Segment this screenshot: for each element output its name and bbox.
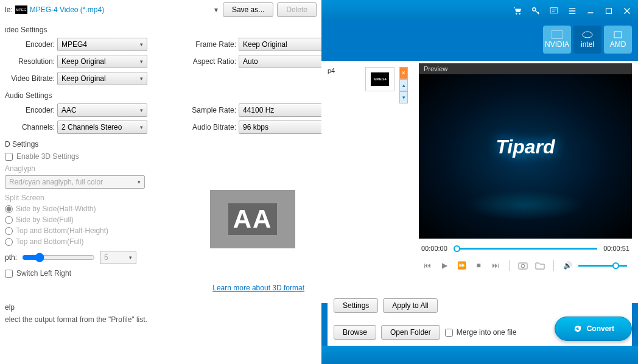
channels-dropdown[interactable]: 2 Channels Stereo▾ [57,121,147,134]
video-encoder-label: Encoder: [5,40,55,49]
gpu-nvidia[interactable]: NVIDIA [543,26,571,54]
profile-name[interactable]: MPEG-4 Video (*.mp4) [30,5,214,14]
glow-platform [464,190,586,220]
preview-area: Preview Tipard 00:00:00 00:00:51 ⏮ ▶ ⏩ ■… [419,63,632,275]
split-opt3-radio [5,227,13,235]
key-icon[interactable] [531,6,541,16]
audio-encoder-label: Encoder: [5,106,55,114]
maximize-icon[interactable] [604,6,614,16]
brand-logo: Tipard [496,135,555,158]
audio-settings-title: Audio Settings [5,91,317,100]
menu-icon[interactable] [567,6,577,16]
snapshot-icon[interactable] [517,259,529,271]
preview-screen[interactable]: Tipard [419,74,632,239]
sample-rate-dropdown[interactable]: 44100 Hz▾ [239,103,329,117]
svg-rect-3 [550,8,558,13]
close-icon[interactable] [622,6,632,16]
merge-label: Merge into one file [457,328,517,337]
split-opt2-radio [5,216,13,224]
depth-slider[interactable] [22,253,95,262]
gpu-amd[interactable]: AMD [604,26,632,54]
depth-value-spinner: 5▾ [100,251,136,264]
merge-checkbox[interactable] [445,329,453,337]
cart-icon[interactable] [513,6,522,16]
learn-more-3d-link[interactable]: Learn more about 3D format [212,284,304,292]
folder-icon[interactable] [534,259,546,271]
play-icon[interactable]: ▶ [438,259,450,271]
help-title: elp [5,303,317,312]
anaglyph-label: Anaglyph [5,164,317,173]
time-current: 00:00:00 [421,245,447,252]
video-bitrate-label: Video Bitrate: [5,74,55,83]
switch-lr-checkbox[interactable] [5,270,13,278]
next-icon[interactable]: ⏭ [489,259,502,271]
svg-rect-4 [606,9,612,14]
video-settings-title: ideo Settings [5,26,317,34]
svg-point-9 [521,264,525,268]
split-opt1-radio [5,205,13,213]
frame-rate-label: Frame Rate: [175,40,236,49]
convert-button[interactable]: Convert [555,317,632,341]
split-opt4-radio [5,238,13,246]
file-item[interactable]: p4 MPEG4 ✕ ▴ ▾ [321,61,414,110]
file-remove-button[interactable]: ✕ [399,67,408,79]
audio-bitrate-dropdown[interactable]: 96 kbps▾ [239,121,329,134]
svg-rect-5 [552,30,563,39]
preview-label: Preview [419,63,632,74]
gpu-intel[interactable]: intel [573,26,601,54]
resolution-label: Resolution: [5,57,55,66]
gpu-badges: NVIDIA intel AMD [543,26,632,54]
prev-icon[interactable]: ⏮ [421,259,433,271]
feedback-icon[interactable] [549,6,559,16]
time-total: 00:00:51 [603,245,629,252]
audio-encoder-dropdown[interactable]: AAC▾ [57,103,147,117]
volume-slider[interactable] [578,265,627,267]
file-down-button[interactable]: ▾ [399,91,408,103]
profile-dropdown-caret[interactable]: ▾ [214,5,218,14]
footer-strip [321,346,638,364]
channels-label: Channels: [5,123,55,131]
main-white-area: p4 MPEG4 ✕ ▴ ▾ Preview Tipard 00:00:00 0… [321,61,638,303]
resolution-dropdown[interactable]: Keep Original▾ [57,55,147,68]
aspect-ratio-label: Aspect Ratio: [175,57,236,66]
file-extension: p4 [328,67,335,74]
stop-icon[interactable]: ■ [472,259,485,271]
file-up-button[interactable]: ▴ [399,79,408,91]
3d-settings-title: D Settings [5,140,317,149]
3d-preview-thumbnail: AA [210,190,295,248]
save-as-button[interactable]: Save as... [223,2,273,17]
seek-slider[interactable] [454,248,597,250]
aspect-ratio-dropdown[interactable]: Auto▾ [239,55,329,68]
minimize-icon[interactable] [586,6,595,16]
sample-rate-label: Sample Rate: [175,106,236,114]
open-folder-button[interactable]: Open Folder [381,325,440,340]
profile-label: le: [5,5,13,14]
settings-button[interactable]: Settings [334,298,378,313]
apply-all-button[interactable]: Apply to All [383,298,437,313]
svg-rect-7 [614,32,622,38]
fast-forward-icon[interactable]: ⏩ [455,259,468,271]
time-bar: 00:00:00 00:00:51 [419,239,632,256]
enable-3d-checkbox[interactable] [5,153,13,161]
help-text: elect the output format from the "Profil… [5,315,317,324]
delete-button: Delete [277,2,317,17]
profile-row: le: MPEG MPEG-4 Video (*.mp4) ▾ Save as.… [5,0,317,19]
svg-point-6 [583,32,592,38]
svg-point-0 [516,13,517,15]
video-encoder-dropdown[interactable]: MPEG4▾ [57,38,147,51]
browse-button[interactable]: Browse [334,325,376,340]
frame-rate-dropdown[interactable]: Keep Original▾ [239,38,329,51]
anaglyph-dropdown: Red/cyan anaglyph, full color▾ [5,175,145,189]
file-thumbnail: MPEG4 [365,67,394,91]
video-bitrate-dropdown[interactable]: Keep Original▾ [57,72,147,85]
titlebar [321,0,638,22]
switch-lr-label: Switch Left Right [16,269,71,278]
settings-panel: le: MPEG MPEG-4 Video (*.mp4) ▾ Save as.… [0,0,321,364]
enable-3d-label: Enable 3D Settings [16,152,79,161]
volume-icon[interactable]: 🔊 [561,259,573,271]
playback-controls: ⏮ ▶ ⏩ ■ ⏭ 🔊 [419,256,632,275]
depth-label: pth: [5,253,17,262]
mpeg-format-icon: MPEG [15,5,27,14]
audio-bitrate-label: Audio Bitrate: [175,123,236,131]
main-panel: NVIDIA intel AMD p4 MPEG4 ✕ ▴ ▾ Preview … [321,0,638,364]
